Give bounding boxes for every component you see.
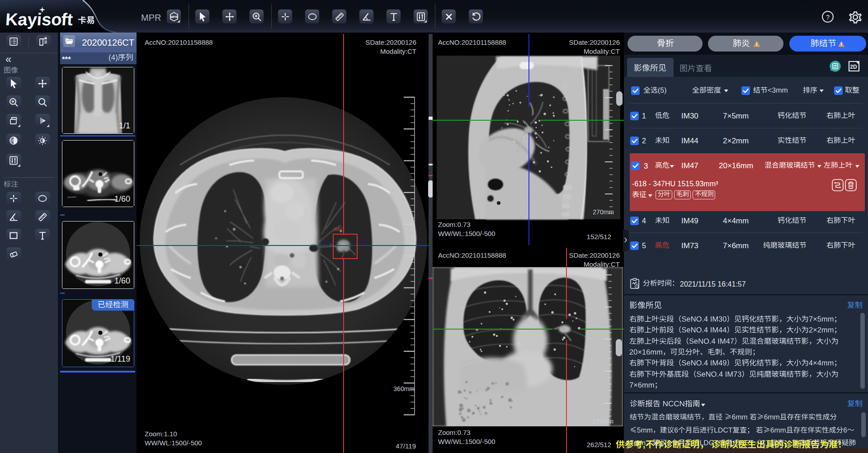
svg-text:MPR: MPR bbox=[170, 15, 177, 19]
svg-text:2D: 2D bbox=[850, 64, 857, 70]
svg-text:?: ? bbox=[826, 13, 830, 21]
